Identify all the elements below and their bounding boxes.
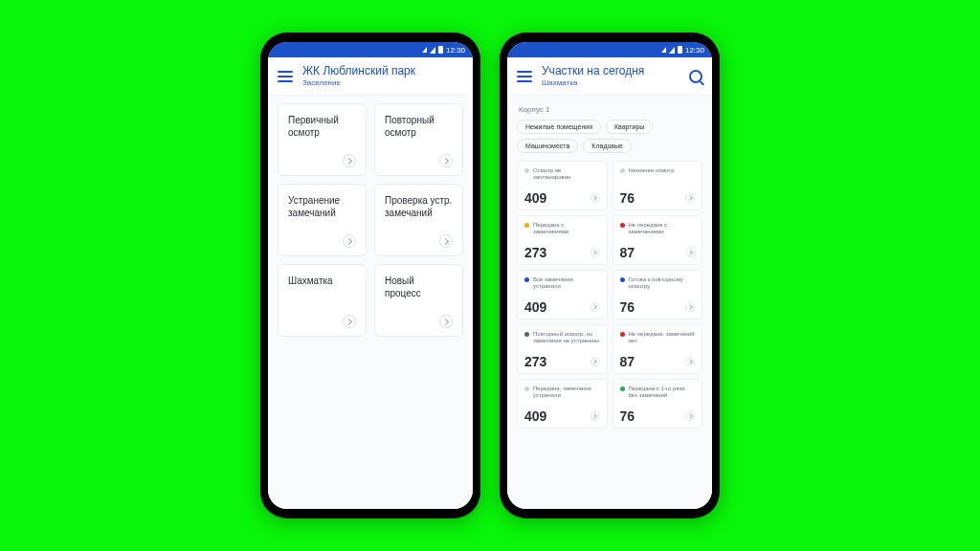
filter-chip-row: Нежилые помещения Квартиры Машиноместа К…	[517, 120, 702, 153]
menu-card-title: Шахматка	[288, 275, 356, 287]
stat-card[interactable]: Не передана, замечаний нет87	[612, 324, 703, 374]
stat-card-bottom: 76	[620, 299, 696, 315]
chip-storage[interactable]: Кладовые	[583, 139, 632, 153]
stat-card-label: Осмотр не запланирован	[533, 167, 600, 181]
menu-card-title: Новый процесс	[385, 275, 453, 299]
chip-apartments[interactable]: Квартиры	[606, 120, 653, 134]
menu-card-title: Устранение замечаний	[288, 194, 356, 219]
stat-card-label: Передана с замечаниями	[533, 222, 600, 235]
stat-card-header: Не передана с замечаниями	[620, 222, 696, 235]
menu-icon[interactable]	[278, 71, 293, 82]
stat-card-header: Готова к повторному осмотру	[620, 276, 696, 290]
stat-card-value: 87	[620, 245, 635, 260]
content-area: Первичный осмотр Повторный осмотр Устран…	[268, 96, 473, 509]
stat-card-label: Передана, замечания устранили	[533, 386, 600, 399]
menu-grid: Первичный осмотр Повторный осмотр Устран…	[278, 103, 463, 337]
chevron-right-icon	[685, 248, 695, 257]
stat-card[interactable]: Повторный осмотр, но замечания не устран…	[517, 324, 608, 374]
page-subtitle: Шахматка	[542, 78, 644, 87]
stat-card-bottom: 273	[524, 354, 600, 369]
page-title: Участки на сегодня	[542, 65, 644, 77]
menu-card-primary-inspection[interactable]: Первичный осмотр	[278, 103, 367, 176]
app-title-block: Участки на сегодня Шахматка	[542, 65, 644, 87]
section-label: Корпус 1	[519, 105, 702, 114]
phone-frame-1: 12:30 ЖК Люблинский парк Заселение Перви…	[260, 33, 480, 518]
stat-card-value: 409	[524, 408, 546, 424]
stat-card-label: Все замечания устранили	[533, 276, 600, 290]
chip-nonresidential[interactable]: Нежилые помещения	[517, 120, 601, 134]
chevron-right-icon	[439, 154, 453, 167]
chevron-right-icon	[590, 357, 600, 366]
menu-card-title: Первичный осмотр	[288, 114, 356, 139]
signal-icon-small	[661, 47, 666, 53]
menu-icon[interactable]	[517, 71, 532, 82]
page-title: ЖК Люблинский парк	[302, 65, 415, 77]
status-dot-icon	[524, 223, 529, 228]
status-dot-icon	[620, 168, 625, 173]
stat-card-value: 76	[620, 299, 635, 315]
status-dot-icon	[620, 332, 625, 337]
stat-card[interactable]: Не передана с замечаниями87	[612, 215, 703, 265]
stat-card[interactable]: Назначен осмотр76	[612, 161, 703, 210]
stat-card-value: 409	[524, 190, 546, 206]
chevron-right-icon	[343, 154, 356, 167]
chevron-right-icon	[685, 357, 695, 366]
stat-card[interactable]: Передана, замечания устранили409	[517, 379, 608, 429]
stat-card-value: 87	[620, 354, 635, 369]
menu-card-check-fix[interactable]: Проверка устр. замечаний	[374, 184, 463, 256]
menu-card-repeat-inspection[interactable]: Повторный осмотр	[374, 103, 463, 176]
chevron-right-icon	[590, 302, 600, 312]
status-bar: 12:30	[507, 42, 712, 57]
chevron-right-icon	[685, 411, 695, 421]
chip-parking[interactable]: Машиноместа	[517, 139, 578, 153]
app-bar: Участки на сегодня Шахматка	[507, 57, 712, 96]
status-bar: 12:30	[268, 42, 473, 57]
status-time: 12:30	[446, 46, 465, 55]
stat-card-value: 273	[524, 354, 546, 369]
status-dot-icon	[524, 168, 529, 173]
stat-card-label: Не передана, замечаний нет	[629, 331, 696, 344]
phone-frame-2: 12:30 Участки на сегодня Шахматка Корпус…	[500, 33, 720, 518]
screen-1: 12:30 ЖК Люблинский парк Заселение Перви…	[268, 42, 473, 509]
stat-card-bottom: 409	[524, 299, 600, 315]
stat-card[interactable]: Осмотр не запланирован409	[517, 161, 608, 210]
stat-card-bottom: 409	[524, 190, 600, 206]
menu-card-chessboard[interactable]: Шахматка	[278, 264, 367, 337]
signal-icon-small	[422, 47, 427, 53]
stat-card[interactable]: Все замечания устранили409	[517, 270, 608, 320]
menu-card-fix-remarks[interactable]: Устранение замечаний	[278, 184, 367, 256]
stat-card-header: Повторный осмотр, но замечания не устран…	[524, 331, 600, 344]
stat-card[interactable]: Готова к повторному осмотру76	[612, 270, 703, 320]
menu-card-title: Повторный осмотр	[385, 114, 453, 139]
stat-card-header: Передана с замечаниями	[524, 222, 600, 235]
stat-card-header: Назначен осмотр	[620, 167, 696, 174]
chevron-right-icon	[685, 193, 695, 203]
status-time: 12:30	[685, 46, 704, 55]
stat-card[interactable]: Передана с 1-го раза без замечаний76	[612, 379, 703, 429]
chevron-right-icon	[590, 248, 600, 257]
status-dot-icon	[524, 386, 529, 391]
app-bar: ЖК Люблинский парк Заселение	[268, 57, 473, 96]
chevron-right-icon	[685, 302, 695, 312]
stat-card-header: Все замечания устранили	[524, 276, 600, 290]
chevron-right-icon	[590, 411, 600, 421]
search-button[interactable]	[689, 70, 702, 83]
stat-card-bottom: 273	[524, 245, 600, 260]
stat-card-value: 76	[620, 408, 635, 424]
status-dot-icon	[524, 277, 529, 282]
chevron-right-icon	[343, 234, 356, 248]
stat-card-label: Готова к повторному осмотру	[629, 276, 696, 290]
stat-card[interactable]: Передана с замечаниями273	[517, 215, 608, 265]
stat-card-value: 76	[620, 190, 635, 206]
battery-icon	[438, 46, 443, 54]
stat-card-value: 409	[524, 299, 546, 315]
stat-card-bottom: 87	[620, 245, 696, 260]
status-dot-icon	[620, 386, 625, 391]
signal-icon	[669, 47, 675, 54]
menu-card-new-process[interactable]: Новый процесс	[374, 264, 463, 337]
search-icon	[689, 70, 702, 83]
menu-card-title: Проверка устр. замечаний	[385, 194, 453, 219]
status-dot-icon	[620, 277, 625, 282]
stats-grid: Осмотр не запланирован409Назначен осмотр…	[517, 161, 702, 429]
screen-2: 12:30 Участки на сегодня Шахматка Корпус…	[507, 42, 712, 509]
